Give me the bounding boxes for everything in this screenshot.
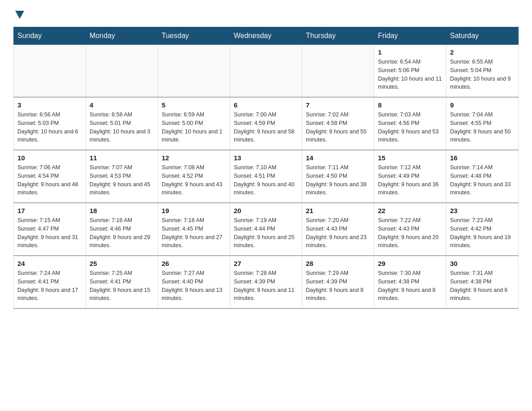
day-of-week-header: Sunday (14, 27, 86, 45)
calendar-day-cell: 1Sunrise: 6:54 AMSunset: 5:06 PMDaylight… (374, 45, 446, 98)
day-number: 20 (234, 207, 298, 214)
day-number: 30 (450, 260, 515, 267)
day-info: Sunrise: 7:18 AMSunset: 4:45 PMDaylight:… (162, 216, 226, 250)
day-info: Sunrise: 6:55 AMSunset: 5:04 PMDaylight:… (450, 58, 515, 91)
calendar-week-row: 24Sunrise: 7:24 AMSunset: 4:41 PMDayligh… (14, 256, 519, 308)
day-of-week-header: Saturday (446, 27, 519, 45)
calendar-day-cell (302, 45, 374, 98)
calendar-day-cell: 14Sunrise: 7:11 AMSunset: 4:50 PMDayligh… (302, 150, 374, 203)
day-info: Sunrise: 7:25 AMSunset: 4:41 PMDaylight:… (90, 269, 154, 303)
calendar-day-cell: 16Sunrise: 7:14 AMSunset: 4:48 PMDayligh… (446, 150, 519, 203)
day-number: 3 (17, 101, 82, 109)
day-info: Sunrise: 7:11 AMSunset: 4:50 PMDaylight:… (306, 163, 370, 197)
day-number: 24 (17, 260, 82, 267)
day-number: 17 (17, 207, 82, 214)
day-info: Sunrise: 7:00 AMSunset: 4:59 PMDaylight:… (234, 111, 298, 144)
day-of-week-header: Friday (374, 27, 446, 45)
day-number: 12 (162, 154, 226, 162)
calendar-day-cell: 21Sunrise: 7:20 AMSunset: 4:43 PMDayligh… (302, 203, 374, 256)
page-header (13, 9, 519, 18)
calendar-day-cell: 3Sunrise: 6:56 AMSunset: 5:03 PMDaylight… (14, 97, 86, 150)
calendar-day-cell: 28Sunrise: 7:29 AMSunset: 4:39 PMDayligh… (302, 256, 374, 308)
day-info: Sunrise: 7:23 AMSunset: 4:42 PMDaylight:… (450, 216, 515, 250)
calendar-day-cell: 7Sunrise: 7:02 AMSunset: 4:58 PMDaylight… (302, 97, 374, 150)
calendar-day-cell (86, 45, 158, 98)
day-info: Sunrise: 7:19 AMSunset: 4:44 PMDaylight:… (234, 216, 298, 250)
day-number: 23 (450, 207, 515, 214)
day-info: Sunrise: 6:56 AMSunset: 5:03 PMDaylight:… (17, 111, 82, 144)
calendar-day-cell: 15Sunrise: 7:12 AMSunset: 4:49 PMDayligh… (374, 150, 446, 203)
calendar-week-row: 17Sunrise: 7:15 AMSunset: 4:47 PMDayligh… (14, 203, 519, 256)
calendar-week-row: 3Sunrise: 6:56 AMSunset: 5:03 PMDaylight… (14, 97, 519, 150)
day-number: 1 (378, 48, 442, 56)
day-info: Sunrise: 7:31 AMSunset: 4:38 PMDaylight:… (450, 269, 515, 303)
calendar-day-cell: 26Sunrise: 7:27 AMSunset: 4:40 PMDayligh… (158, 256, 230, 308)
day-info: Sunrise: 7:07 AMSunset: 4:53 PMDaylight:… (90, 163, 154, 197)
day-info: Sunrise: 6:59 AMSunset: 5:00 PMDaylight:… (162, 111, 226, 144)
day-info: Sunrise: 7:15 AMSunset: 4:47 PMDaylight:… (17, 216, 82, 250)
calendar-day-cell: 11Sunrise: 7:07 AMSunset: 4:53 PMDayligh… (86, 150, 158, 203)
day-info: Sunrise: 7:10 AMSunset: 4:51 PMDaylight:… (234, 163, 298, 197)
day-number: 18 (90, 207, 154, 214)
day-info: Sunrise: 7:04 AMSunset: 4:55 PMDaylight:… (450, 111, 515, 144)
calendar-day-cell: 25Sunrise: 7:25 AMSunset: 4:41 PMDayligh… (86, 256, 158, 308)
day-number: 2 (450, 48, 515, 56)
days-of-week-row: SundayMondayTuesdayWednesdayThursdayFrid… (14, 27, 519, 45)
day-number: 21 (306, 207, 370, 214)
day-info: Sunrise: 7:06 AMSunset: 4:54 PMDaylight:… (17, 163, 82, 197)
day-number: 11 (90, 154, 154, 162)
day-number: 10 (17, 154, 82, 162)
calendar-day-cell: 22Sunrise: 7:22 AMSunset: 4:43 PMDayligh… (374, 203, 446, 256)
calendar-day-cell: 13Sunrise: 7:10 AMSunset: 4:51 PMDayligh… (230, 150, 302, 203)
calendar-day-cell: 17Sunrise: 7:15 AMSunset: 4:47 PMDayligh… (14, 203, 86, 256)
day-info: Sunrise: 7:16 AMSunset: 4:46 PMDaylight:… (90, 216, 154, 250)
day-info: Sunrise: 7:08 AMSunset: 4:52 PMDaylight:… (162, 163, 226, 197)
logo (13, 9, 24, 18)
day-number: 19 (162, 207, 226, 214)
calendar-day-cell: 8Sunrise: 7:03 AMSunset: 4:56 PMDaylight… (374, 97, 446, 150)
day-number: 4 (90, 101, 154, 109)
calendar-day-cell: 29Sunrise: 7:30 AMSunset: 4:38 PMDayligh… (374, 256, 446, 308)
day-number: 5 (162, 101, 226, 109)
day-info: Sunrise: 7:02 AMSunset: 4:58 PMDaylight:… (306, 111, 370, 144)
day-info: Sunrise: 6:58 AMSunset: 5:01 PMDaylight:… (90, 111, 154, 144)
calendar-day-cell: 30Sunrise: 7:31 AMSunset: 4:38 PMDayligh… (446, 256, 519, 308)
day-number: 14 (306, 154, 370, 162)
day-number: 6 (234, 101, 298, 109)
calendar-day-cell (230, 45, 302, 98)
calendar-day-cell: 24Sunrise: 7:24 AMSunset: 4:41 PMDayligh… (14, 256, 86, 308)
calendar-day-cell: 9Sunrise: 7:04 AMSunset: 4:55 PMDaylight… (446, 97, 519, 150)
calendar-day-cell: 10Sunrise: 7:06 AMSunset: 4:54 PMDayligh… (14, 150, 86, 203)
calendar-day-cell: 12Sunrise: 7:08 AMSunset: 4:52 PMDayligh… (158, 150, 230, 203)
day-number: 9 (450, 101, 515, 109)
calendar-day-cell: 18Sunrise: 7:16 AMSunset: 4:46 PMDayligh… (86, 203, 158, 256)
day-number: 22 (378, 207, 442, 214)
day-number: 25 (90, 260, 154, 267)
day-of-week-header: Wednesday (230, 27, 302, 45)
calendar-day-cell: 5Sunrise: 6:59 AMSunset: 5:00 PMDaylight… (158, 97, 230, 150)
day-number: 29 (378, 260, 442, 267)
day-of-week-header: Tuesday (158, 27, 230, 45)
calendar-day-cell: 27Sunrise: 7:28 AMSunset: 4:39 PMDayligh… (230, 256, 302, 308)
calendar-header: SundayMondayTuesdayWednesdayThursdayFrid… (14, 27, 519, 45)
calendar-week-row: 1Sunrise: 6:54 AMSunset: 5:06 PMDaylight… (14, 45, 519, 98)
day-info: Sunrise: 7:28 AMSunset: 4:39 PMDaylight:… (234, 269, 298, 303)
logo-triangle-icon (15, 11, 24, 19)
day-info: Sunrise: 7:14 AMSunset: 4:48 PMDaylight:… (450, 163, 515, 197)
day-number: 26 (162, 260, 226, 267)
calendar-day-cell: 23Sunrise: 7:23 AMSunset: 4:42 PMDayligh… (446, 203, 519, 256)
day-info: Sunrise: 7:22 AMSunset: 4:43 PMDaylight:… (378, 216, 442, 250)
calendar-table: SundayMondayTuesdayWednesdayThursdayFrid… (13, 27, 519, 309)
day-of-week-header: Thursday (302, 27, 374, 45)
calendar-day-cell: 6Sunrise: 7:00 AMSunset: 4:59 PMDaylight… (230, 97, 302, 150)
day-info: Sunrise: 7:29 AMSunset: 4:39 PMDaylight:… (306, 269, 370, 303)
day-info: Sunrise: 7:12 AMSunset: 4:49 PMDaylight:… (378, 163, 442, 197)
calendar-day-cell: 4Sunrise: 6:58 AMSunset: 5:01 PMDaylight… (86, 97, 158, 150)
calendar-body: 1Sunrise: 6:54 AMSunset: 5:06 PMDaylight… (14, 45, 519, 309)
day-number: 7 (306, 101, 370, 109)
calendar-day-cell: 20Sunrise: 7:19 AMSunset: 4:44 PMDayligh… (230, 203, 302, 256)
day-number: 8 (378, 101, 442, 109)
day-number: 15 (378, 154, 442, 162)
day-number: 16 (450, 154, 515, 162)
day-info: Sunrise: 7:24 AMSunset: 4:41 PMDaylight:… (17, 269, 82, 303)
